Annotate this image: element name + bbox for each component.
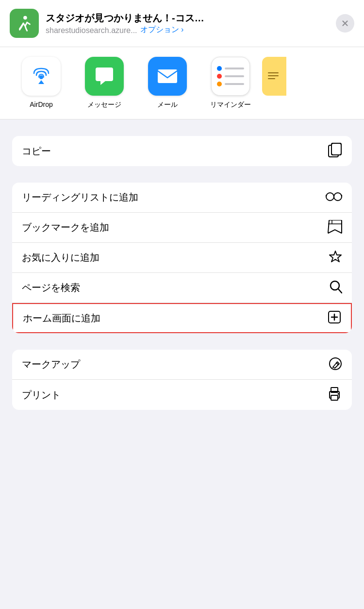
reading-list-label: リーディングリストに追加 xyxy=(22,191,138,204)
glasses-icon xyxy=(326,191,342,204)
mail-icon xyxy=(148,57,187,96)
header-text-block: スタジオが見つかりません！-コス… sharestudiosearch.azur… xyxy=(46,12,330,35)
add-to-home-action[interactable]: ホーム画面に追加 xyxy=(12,303,352,333)
share-mail[interactable]: メール xyxy=(136,57,199,109)
star-icon xyxy=(329,250,342,266)
reminders-icon xyxy=(211,57,250,96)
close-button[interactable] xyxy=(336,14,354,33)
share-airdrop[interactable]: AirDrop xyxy=(10,57,73,109)
svg-point-10 xyxy=(334,193,342,201)
bookmark-action[interactable]: ブックマークを追加 xyxy=(12,213,352,243)
svg-point-9 xyxy=(326,193,334,201)
app-icon xyxy=(10,9,39,38)
airdrop-label: AirDrop xyxy=(30,101,52,108)
markup-icon xyxy=(329,357,342,372)
copy-icon xyxy=(328,142,342,160)
add-home-icon xyxy=(328,310,341,326)
copy-action[interactable]: コピー xyxy=(12,136,352,166)
share-reminders[interactable]: リマインダー xyxy=(199,57,262,109)
find-label: ページを検索 xyxy=(22,281,80,294)
print-icon xyxy=(327,387,342,403)
messages-icon xyxy=(85,57,124,96)
svg-rect-7 xyxy=(331,143,341,155)
markup-action[interactable]: マークアップ xyxy=(12,350,352,380)
find-on-page-action[interactable]: ページを検索 xyxy=(12,273,352,303)
svg-point-2 xyxy=(39,75,43,79)
book-icon xyxy=(328,220,342,236)
svg-point-0 xyxy=(23,16,27,20)
page-url: sharestudiosearch.azure... xyxy=(46,26,137,35)
share-header: スタジオが見つかりません！-コス… sharestudiosearch.azur… xyxy=(0,0,364,47)
svg-rect-5 xyxy=(158,69,177,83)
copy-label: コピー xyxy=(22,145,51,158)
action-group-2: リーディングリストに追加 ブックマークを追加 お気に入りに追加 xyxy=(12,183,352,333)
options-link[interactable]: オプション › xyxy=(140,25,184,35)
mail-label: メール xyxy=(157,101,178,109)
bookmark-label: ブックマークを追加 xyxy=(22,221,109,234)
svg-point-17 xyxy=(338,393,339,395)
share-apps-row: AirDrop メッセージ メール xyxy=(0,47,364,119)
action-group-1: コピー xyxy=(12,136,352,166)
action-group-3: マークアップ プリント xyxy=(12,350,352,410)
messages-label: メッセージ xyxy=(87,101,121,109)
favorites-action[interactable]: お気に入りに追加 xyxy=(12,243,352,273)
markup-label: マークアップ xyxy=(22,358,80,371)
page-title: スタジオが見つかりません！-コス… xyxy=(46,12,330,25)
print-action[interactable]: プリント xyxy=(12,380,352,410)
print-label: プリント xyxy=(22,389,61,402)
reading-list-action[interactable]: リーディングリストに追加 xyxy=(12,183,352,213)
favorites-label: お気に入りに追加 xyxy=(22,251,99,264)
svg-rect-15 xyxy=(331,395,338,400)
airdrop-icon xyxy=(22,57,61,96)
search-icon xyxy=(330,280,342,296)
share-notes[interactable] xyxy=(262,57,286,109)
reminders-label: リマインダー xyxy=(210,101,251,109)
share-messages[interactable]: メッセージ xyxy=(73,57,136,109)
add-to-home-label: ホーム画面に追加 xyxy=(23,312,100,325)
